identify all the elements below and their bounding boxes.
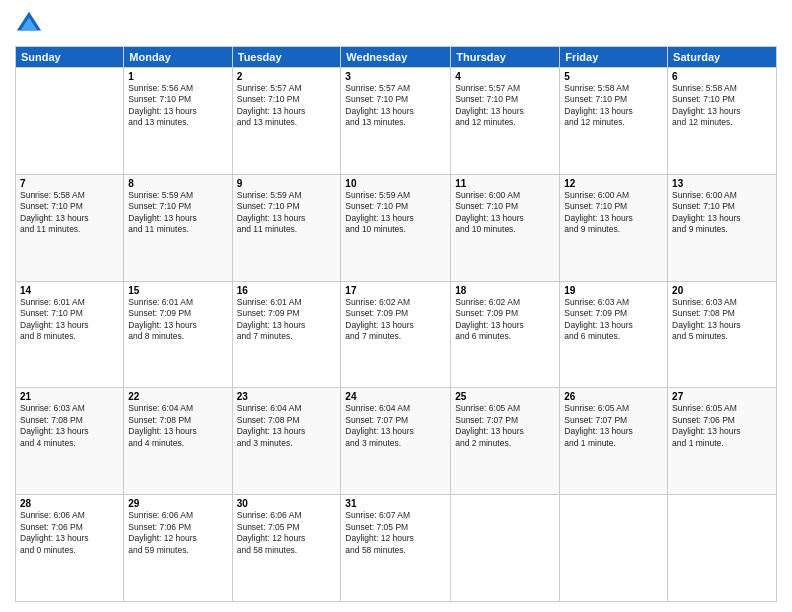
day-number: 26 [564,391,663,402]
day-number: 25 [455,391,555,402]
day-info: Sunrise: 6:01 AM Sunset: 7:10 PM Dayligh… [20,297,119,343]
day-number: 14 [20,285,119,296]
day-number: 8 [128,178,227,189]
calendar-cell: 4Sunrise: 5:57 AM Sunset: 7:10 PM Daylig… [451,68,560,175]
day-number: 23 [237,391,337,402]
day-info: Sunrise: 6:01 AM Sunset: 7:09 PM Dayligh… [237,297,337,343]
day-info: Sunrise: 6:05 AM Sunset: 7:07 PM Dayligh… [564,403,663,449]
day-info: Sunrise: 6:03 AM Sunset: 7:09 PM Dayligh… [564,297,663,343]
day-number: 28 [20,498,119,509]
day-info: Sunrise: 5:57 AM Sunset: 7:10 PM Dayligh… [455,83,555,129]
calendar-cell: 31Sunrise: 6:07 AM Sunset: 7:05 PM Dayli… [341,495,451,602]
calendar-cell: 14Sunrise: 6:01 AM Sunset: 7:10 PM Dayli… [16,281,124,388]
header [15,10,777,38]
calendar-cell: 15Sunrise: 6:01 AM Sunset: 7:09 PM Dayli… [124,281,232,388]
calendar-header-thursday: Thursday [451,47,560,68]
day-number: 7 [20,178,119,189]
day-number: 6 [672,71,772,82]
day-number: 19 [564,285,663,296]
calendar-cell [560,495,668,602]
calendar-cell: 18Sunrise: 6:02 AM Sunset: 7:09 PM Dayli… [451,281,560,388]
calendar-cell: 23Sunrise: 6:04 AM Sunset: 7:08 PM Dayli… [232,388,341,495]
day-number: 10 [345,178,446,189]
calendar-cell: 12Sunrise: 6:00 AM Sunset: 7:10 PM Dayli… [560,174,668,281]
day-info: Sunrise: 5:59 AM Sunset: 7:10 PM Dayligh… [128,190,227,236]
calendar-cell [451,495,560,602]
calendar-cell: 19Sunrise: 6:03 AM Sunset: 7:09 PM Dayli… [560,281,668,388]
day-number: 24 [345,391,446,402]
day-info: Sunrise: 5:58 AM Sunset: 7:10 PM Dayligh… [564,83,663,129]
day-info: Sunrise: 6:07 AM Sunset: 7:05 PM Dayligh… [345,510,446,556]
day-number: 9 [237,178,337,189]
day-info: Sunrise: 6:04 AM Sunset: 7:07 PM Dayligh… [345,403,446,449]
day-info: Sunrise: 6:04 AM Sunset: 7:08 PM Dayligh… [128,403,227,449]
calendar-week-1: 7Sunrise: 5:58 AM Sunset: 7:10 PM Daylig… [16,174,777,281]
day-info: Sunrise: 6:04 AM Sunset: 7:08 PM Dayligh… [237,403,337,449]
day-number: 27 [672,391,772,402]
day-number: 13 [672,178,772,189]
calendar-cell: 20Sunrise: 6:03 AM Sunset: 7:08 PM Dayli… [668,281,777,388]
day-number: 17 [345,285,446,296]
day-info: Sunrise: 6:00 AM Sunset: 7:10 PM Dayligh… [455,190,555,236]
day-number: 2 [237,71,337,82]
day-number: 22 [128,391,227,402]
calendar-cell: 22Sunrise: 6:04 AM Sunset: 7:08 PM Dayli… [124,388,232,495]
day-number: 3 [345,71,446,82]
calendar-cell: 25Sunrise: 6:05 AM Sunset: 7:07 PM Dayli… [451,388,560,495]
day-info: Sunrise: 5:58 AM Sunset: 7:10 PM Dayligh… [20,190,119,236]
calendar-cell: 28Sunrise: 6:06 AM Sunset: 7:06 PM Dayli… [16,495,124,602]
calendar-cell [16,68,124,175]
day-info: Sunrise: 5:59 AM Sunset: 7:10 PM Dayligh… [345,190,446,236]
day-info: Sunrise: 6:03 AM Sunset: 7:08 PM Dayligh… [672,297,772,343]
day-info: Sunrise: 6:03 AM Sunset: 7:08 PM Dayligh… [20,403,119,449]
page: SundayMondayTuesdayWednesdayThursdayFrid… [0,0,792,612]
calendar-header-tuesday: Tuesday [232,47,341,68]
calendar-week-3: 21Sunrise: 6:03 AM Sunset: 7:08 PM Dayli… [16,388,777,495]
calendar-cell: 17Sunrise: 6:02 AM Sunset: 7:09 PM Dayli… [341,281,451,388]
calendar-cell: 30Sunrise: 6:06 AM Sunset: 7:05 PM Dayli… [232,495,341,602]
calendar-header-row: SundayMondayTuesdayWednesdayThursdayFrid… [16,47,777,68]
day-info: Sunrise: 5:56 AM Sunset: 7:10 PM Dayligh… [128,83,227,129]
day-number: 20 [672,285,772,296]
day-number: 11 [455,178,555,189]
day-info: Sunrise: 6:06 AM Sunset: 7:06 PM Dayligh… [20,510,119,556]
calendar-cell: 9Sunrise: 5:59 AM Sunset: 7:10 PM Daylig… [232,174,341,281]
day-number: 30 [237,498,337,509]
logo [15,10,47,38]
calendar-cell [668,495,777,602]
calendar-header-monday: Monday [124,47,232,68]
day-number: 29 [128,498,227,509]
day-number: 16 [237,285,337,296]
calendar-cell: 13Sunrise: 6:00 AM Sunset: 7:10 PM Dayli… [668,174,777,281]
calendar-cell: 7Sunrise: 5:58 AM Sunset: 7:10 PM Daylig… [16,174,124,281]
day-number: 5 [564,71,663,82]
calendar-cell: 6Sunrise: 5:58 AM Sunset: 7:10 PM Daylig… [668,68,777,175]
calendar-header-friday: Friday [560,47,668,68]
calendar-cell: 1Sunrise: 5:56 AM Sunset: 7:10 PM Daylig… [124,68,232,175]
calendar-cell: 21Sunrise: 6:03 AM Sunset: 7:08 PM Dayli… [16,388,124,495]
calendar-cell: 10Sunrise: 5:59 AM Sunset: 7:10 PM Dayli… [341,174,451,281]
day-number: 4 [455,71,555,82]
calendar-cell: 2Sunrise: 5:57 AM Sunset: 7:10 PM Daylig… [232,68,341,175]
calendar-cell: 16Sunrise: 6:01 AM Sunset: 7:09 PM Dayli… [232,281,341,388]
day-info: Sunrise: 5:57 AM Sunset: 7:10 PM Dayligh… [237,83,337,129]
day-info: Sunrise: 6:05 AM Sunset: 7:06 PM Dayligh… [672,403,772,449]
day-info: Sunrise: 5:59 AM Sunset: 7:10 PM Dayligh… [237,190,337,236]
calendar-week-0: 1Sunrise: 5:56 AM Sunset: 7:10 PM Daylig… [16,68,777,175]
day-info: Sunrise: 6:06 AM Sunset: 7:06 PM Dayligh… [128,510,227,556]
day-info: Sunrise: 5:57 AM Sunset: 7:10 PM Dayligh… [345,83,446,129]
day-info: Sunrise: 6:05 AM Sunset: 7:07 PM Dayligh… [455,403,555,449]
calendar-cell: 29Sunrise: 6:06 AM Sunset: 7:06 PM Dayli… [124,495,232,602]
calendar-cell: 27Sunrise: 6:05 AM Sunset: 7:06 PM Dayli… [668,388,777,495]
day-info: Sunrise: 6:02 AM Sunset: 7:09 PM Dayligh… [455,297,555,343]
day-number: 31 [345,498,446,509]
day-info: Sunrise: 6:06 AM Sunset: 7:05 PM Dayligh… [237,510,337,556]
calendar-cell: 3Sunrise: 5:57 AM Sunset: 7:10 PM Daylig… [341,68,451,175]
calendar-cell: 5Sunrise: 5:58 AM Sunset: 7:10 PM Daylig… [560,68,668,175]
calendar-cell: 8Sunrise: 5:59 AM Sunset: 7:10 PM Daylig… [124,174,232,281]
calendar-cell: 24Sunrise: 6:04 AM Sunset: 7:07 PM Dayli… [341,388,451,495]
calendar-header-wednesday: Wednesday [341,47,451,68]
day-info: Sunrise: 6:01 AM Sunset: 7:09 PM Dayligh… [128,297,227,343]
day-info: Sunrise: 6:00 AM Sunset: 7:10 PM Dayligh… [564,190,663,236]
calendar-header-saturday: Saturday [668,47,777,68]
